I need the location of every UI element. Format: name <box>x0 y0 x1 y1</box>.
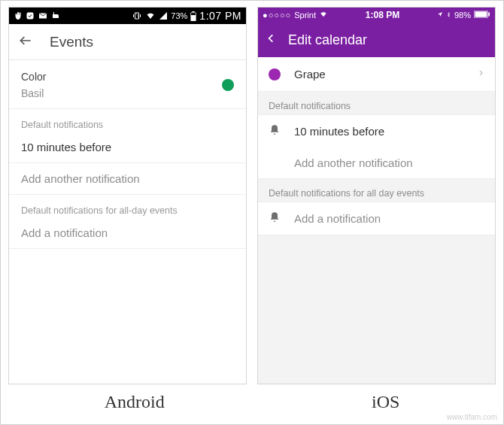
chevron-right-icon <box>478 68 484 80</box>
ios-navbar: Edit calendar <box>258 23 495 57</box>
watermark: www.tifam.com <box>447 413 497 421</box>
svg-rect-1 <box>53 12 54 15</box>
svg-rect-7 <box>488 13 490 17</box>
add-allday-notification-button[interactable]: Add a notification <box>258 202 495 235</box>
add-notification-button[interactable]: Add another notification <box>258 147 495 178</box>
ios-status-bar: ●○○○○ Sprint 1:08 PM 98% <box>258 8 495 23</box>
default-notif-title: Default notifications <box>9 109 246 132</box>
hand-icon <box>14 11 23 20</box>
bluetooth-icon <box>446 11 451 20</box>
color-name: Basil <box>21 87 46 99</box>
battery-text: 73% <box>171 11 187 20</box>
add-notification-button[interactable]: Add another notification <box>9 163 246 194</box>
back-icon[interactable] <box>266 31 276 49</box>
back-icon[interactable] <box>18 33 33 51</box>
color-name: Grape <box>294 68 326 80</box>
color-swatch-icon <box>269 68 281 80</box>
notification-item[interactable]: 10 minutes before <box>258 115 495 147</box>
bell-icon <box>269 211 281 226</box>
add-allday-notification-button[interactable]: Add a notification <box>9 217 246 248</box>
mail-icon <box>38 11 48 20</box>
android-caption: Android <box>105 392 165 412</box>
app-notif-icon <box>26 11 35 20</box>
default-notif-title: Default notifications <box>258 92 495 114</box>
divider <box>9 248 246 249</box>
color-row[interactable]: Color Basil <box>9 60 246 109</box>
android-screen: 73% 1:07 PM Events Color Basil Defa <box>8 7 247 384</box>
clock-text: 1:07 PM <box>199 10 241 22</box>
wifi-icon <box>145 11 156 20</box>
mailbox-icon <box>51 11 60 20</box>
bell-icon <box>269 124 281 138</box>
svg-rect-4 <box>191 13 196 15</box>
wifi-icon <box>319 11 328 20</box>
svg-rect-3 <box>193 11 195 12</box>
android-appbar: Events <box>9 24 246 60</box>
svg-rect-0 <box>27 13 34 20</box>
svg-rect-6 <box>475 11 487 17</box>
notification-text: 10 minutes before <box>294 125 384 138</box>
android-status-bar: 73% 1:07 PM <box>9 8 246 24</box>
ios-caption: iOS <box>372 392 399 412</box>
location-icon <box>437 11 443 20</box>
appbar-title: Events <box>50 34 93 50</box>
carrier-text: Sprint <box>294 11 316 20</box>
allday-notif-title: Default notifications for all-day events <box>9 195 246 217</box>
notification-item[interactable]: 10 minutes before <box>9 132 246 162</box>
signal-icon <box>159 11 168 20</box>
captions: Android iOS <box>1 384 503 419</box>
color-swatch-icon <box>222 79 234 91</box>
allday-notif-title: Default notifications for all day events <box>258 179 495 202</box>
vibrate-icon <box>132 11 142 20</box>
battery-text: 98% <box>454 11 471 20</box>
signal-dots-icon: ●○○○○ <box>263 11 291 20</box>
battery-icon <box>190 11 196 21</box>
color-row[interactable]: Grape <box>258 57 495 92</box>
battery-icon <box>474 11 490 20</box>
color-label: Color <box>21 71 46 83</box>
clock-text: 1:08 PM <box>331 10 434 20</box>
ios-screen: ●○○○○ Sprint 1:08 PM 98% <box>257 7 496 384</box>
navbar-title: Edit calendar <box>288 32 367 48</box>
